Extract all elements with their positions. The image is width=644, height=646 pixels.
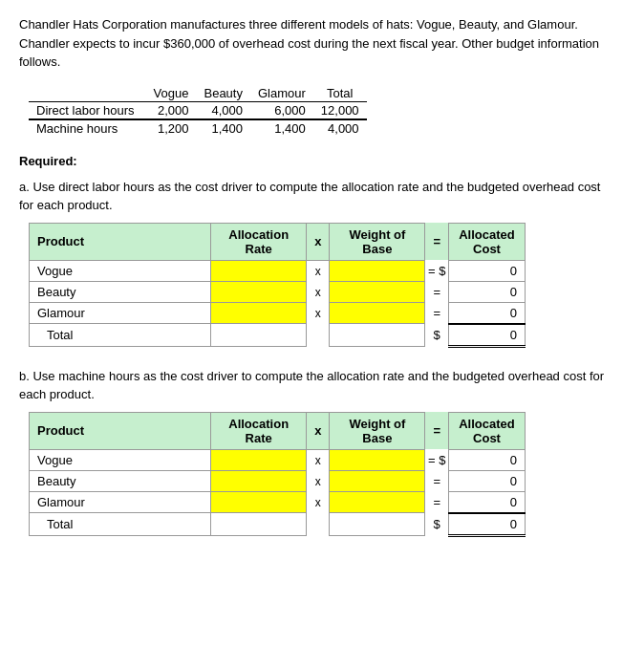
part-b-vogue-weight[interactable] [330,449,425,470]
part-a-beauty-product: Beauty [30,281,211,302]
budget-row-mh-glamour: 1,400 [250,119,313,137]
part-b-vogue-alloc-rate-input[interactable] [215,453,302,467]
part-b-total-product: Total [30,513,211,536]
part-b-row-beauty: Beauty x = 0 [30,470,526,491]
budget-col-label [29,85,146,102]
part-a-glamour-alloc-rate[interactable] [211,302,307,324]
budget-col-total: Total [313,85,367,102]
part-b-vogue-weight-input[interactable] [333,453,420,467]
part-b-header-x: x [307,412,330,449]
part-b-total-allocated: 0 [449,513,526,536]
part-b-table: Product Allocation Rate x Weight of Base… [29,412,526,537]
part-a-beauty-weight-input[interactable] [333,285,420,299]
part-a-total-allocated: 0 [449,324,526,347]
part-b-vogue-alloc-rate[interactable] [211,449,307,470]
part-a-glamour-weight[interactable] [330,302,425,324]
required-section: Required: [19,154,625,168]
part-a-header-row: Product Allocation Rate x Weight of Base… [30,223,526,260]
part-b-row-vogue: Vogue x = $ 0 [30,449,526,470]
part-a-beauty-alloc-rate-input[interactable] [215,285,302,299]
part-a-total-weight [330,324,425,347]
part-b-line2: each product. [19,387,95,401]
part-a-total-product: Total [30,324,211,347]
part-b-label: b. Use machine hours as the cost driver … [19,367,625,404]
part-b-header-allocated: Allocated Cost [449,412,526,449]
part-a-glamour-weight-input[interactable] [333,306,420,320]
part-b-header-row: Product Allocation Rate x Weight of Base… [30,412,526,449]
part-b-beauty-alloc-rate[interactable] [211,470,307,491]
part-a-vogue-alloc-rate[interactable] [211,260,307,281]
part-b-glamour-alloc-rate[interactable] [211,491,307,513]
budget-col-vogue: Vogue [146,85,197,102]
part-b-glamour-weight-input[interactable] [333,495,420,509]
intro-line3: follows. [19,54,60,69]
part-a-beauty-allocated: 0 [449,281,526,302]
part-a-beauty-weight[interactable] [330,281,425,302]
budget-row-dlh-beauty: 4,000 [196,101,249,119]
part-b-vogue-x: x [307,449,330,470]
part-b-total-x [307,513,330,536]
part-a-total-alloc-rate [211,324,307,347]
part-a-row-glamour: Glamour x = 0 [30,302,526,324]
part-a-header-product: Product [30,223,211,260]
part-a-table: Product Allocation Rate x Weight of Base… [29,223,526,348]
part-a-vogue-weight-input[interactable] [333,264,420,278]
part-a-glamour-x: x [307,302,330,324]
part-b-glamour-allocated: 0 [449,491,526,513]
budget-row-dlh-vogue: 2,000 [146,101,197,119]
budget-row-dlh-glamour: 6,000 [250,101,313,119]
part-b-beauty-weight[interactable] [330,470,425,491]
part-a-header-allocated: Allocated Cost [449,223,526,260]
part-a-vogue-allocated: 0 [449,260,526,281]
part-b-total-alloc-rate [211,513,307,536]
budget-col-glamour: Glamour [250,85,313,102]
part-a-header-alloc-rate: Allocation Rate [211,223,307,260]
part-a-line2: for each product. [19,198,113,212]
part-b-vogue-equals: = $ [425,449,449,470]
intro-paragraph: Chandler Hats Corporation manufactures t… [19,15,625,72]
budget-header-row: Vogue Beauty Glamour Total [29,85,367,102]
budget-row-mh-total: 4,000 [313,119,367,137]
part-a-line1: a. Use direct labor hours as the cost dr… [19,180,600,194]
part-b-beauty-weight-input[interactable] [333,474,420,488]
part-a-beauty-x: x [307,281,330,302]
part-b-total-equals: $ [425,513,449,536]
intro-line2: Chandler expects to incur $360,000 of ov… [19,36,599,51]
part-b-glamour-weight[interactable] [330,491,425,513]
part-a-row-total: Total $ 0 [30,324,526,347]
intro-line1: Chandler Hats Corporation manufactures t… [19,17,578,32]
part-a-glamour-equals: = [425,302,449,324]
part-b-header-product: Product [30,412,211,449]
part-b-beauty-alloc-rate-input[interactable] [215,474,302,488]
part-a-beauty-equals: = [425,281,449,302]
part-b-glamour-product: Glamour [30,491,211,513]
part-b-glamour-equals: = [425,491,449,513]
part-a-vogue-weight[interactable] [330,260,425,281]
part-b-header-equals: = [425,412,449,449]
budget-row-mh: Machine hours 1,200 1,400 1,400 4,000 [29,119,367,137]
part-b-beauty-equals: = [425,470,449,491]
part-b-vogue-product: Vogue [30,449,211,470]
part-a-vogue-equals: = $ [425,260,449,281]
part-b-beauty-allocated: 0 [449,470,526,491]
part-b-vogue-allocated: 0 [449,449,526,470]
part-b-beauty-x: x [307,470,330,491]
part-b-row-glamour: Glamour x = 0 [30,491,526,513]
budget-row-mh-label: Machine hours [29,119,146,137]
budget-row-mh-vogue: 1,200 [146,119,197,137]
part-b-header-weight: Weight of Base [330,412,425,449]
part-a-vogue-alloc-rate-input[interactable] [215,264,302,278]
part-b-beauty-product: Beauty [30,470,211,491]
part-b-glamour-x: x [307,491,330,513]
part-a-label: a. Use direct labor hours as the cost dr… [19,178,625,215]
part-a-glamour-product: Glamour [30,302,211,324]
part-a-header-weight: Weight of Base [330,223,425,260]
part-b-row-total: Total $ 0 [30,513,526,536]
budget-info-table: Vogue Beauty Glamour Total Direct labor … [29,85,367,137]
part-b-section: b. Use machine hours as the cost driver … [19,367,625,537]
budget-col-beauty: Beauty [196,85,249,102]
part-a-glamour-alloc-rate-input[interactable] [215,306,302,320]
part-a-row-beauty: Beauty x = 0 [30,281,526,302]
part-a-beauty-alloc-rate[interactable] [211,281,307,302]
part-b-glamour-alloc-rate-input[interactable] [215,495,302,509]
